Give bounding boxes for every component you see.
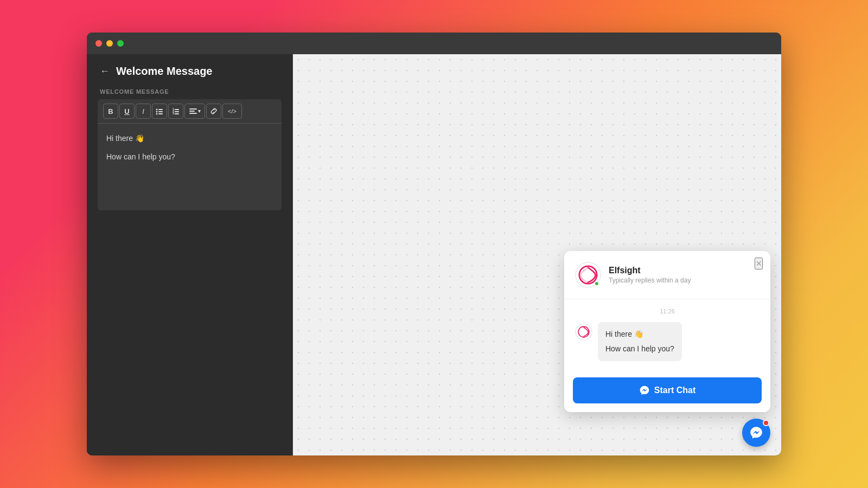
browser-titlebar: [87, 33, 781, 54]
svg-rect-14: [189, 113, 197, 114]
browser-content: ← Welcome Message WELCOME MESSAGE B U I: [87, 54, 781, 455]
chat-brand-name: Elfsight: [609, 266, 760, 275]
start-chat-label: Start Chat: [654, 386, 695, 395]
editor-content[interactable]: Hi there 👋 How can I help you?: [98, 124, 282, 210]
fab-messenger-icon: [749, 426, 763, 440]
svg-rect-11: [175, 113, 179, 114]
svg-rect-12: [189, 108, 197, 110]
unordered-list-button[interactable]: [152, 104, 167, 119]
chat-header: Elfsight Typically replies within a day: [564, 251, 770, 299]
traffic-lights: [95, 40, 124, 47]
svg-text:3.: 3.: [173, 112, 175, 115]
editor-line-2: How can I help you?: [106, 151, 273, 163]
svg-rect-5: [158, 113, 163, 114]
traffic-light-red[interactable]: [95, 40, 102, 47]
chat-message-avatar: [575, 323, 592, 341]
svg-rect-1: [158, 109, 163, 110]
svg-rect-9: [175, 111, 179, 112]
chat-bubble-line-1: Hi there 👋: [605, 329, 674, 340]
svg-rect-13: [189, 111, 195, 112]
elfsight-small-logo-icon: [578, 326, 590, 338]
chat-reply-time: Typically replies within a day: [609, 277, 760, 284]
align-button[interactable]: ▾: [184, 104, 205, 119]
section-label: WELCOME MESSAGE: [87, 88, 292, 99]
online-indicator: [594, 281, 599, 286]
svg-point-16: [578, 326, 589, 337]
link-button[interactable]: [206, 104, 221, 119]
chat-fab-button[interactable]: [742, 419, 770, 447]
fab-notification-badge: [763, 420, 769, 426]
bold-button[interactable]: B: [103, 104, 118, 119]
editor-line-1: Hi there 👋: [106, 132, 273, 144]
traffic-light-yellow[interactable]: [106, 40, 113, 47]
messenger-icon: [639, 385, 650, 396]
svg-point-15: [579, 266, 597, 284]
svg-point-2: [156, 111, 158, 113]
chat-widget: × Elfsight Typically replies within: [564, 251, 770, 412]
svg-rect-7: [175, 109, 179, 110]
code-button[interactable]: </>: [222, 104, 242, 119]
preview-area: × Elfsight Typically replies within: [293, 54, 781, 455]
sidebar-header: ← Welcome Message: [87, 54, 292, 88]
editor-toolbar: B U I: [98, 99, 282, 124]
svg-rect-3: [158, 111, 163, 112]
rich-text-editor[interactable]: B U I: [98, 99, 282, 210]
chat-avatar: [575, 262, 601, 288]
underline-button[interactable]: U: [119, 104, 135, 119]
chat-bubble-line-2: How can I help you?: [605, 343, 674, 355]
back-button[interactable]: ←: [100, 66, 110, 77]
svg-point-4: [156, 113, 158, 115]
page-title: Welcome Message: [116, 65, 213, 78]
chat-messages: 11:26 Hi there 👋 How can I help you?: [564, 299, 770, 370]
svg-point-0: [156, 109, 158, 111]
italic-button[interactable]: I: [136, 104, 151, 119]
sidebar: ← Welcome Message WELCOME MESSAGE B U I: [87, 54, 293, 455]
chat-close-button[interactable]: ×: [755, 258, 763, 269]
ordered-list-button[interactable]: 1. 2. 3.: [168, 104, 183, 119]
traffic-light-green[interactable]: [117, 40, 124, 47]
browser-window: ← Welcome Message WELCOME MESSAGE B U I: [87, 33, 781, 455]
chat-message-bubble: Hi there 👋 How can I help you?: [598, 322, 682, 361]
chat-timestamp: 11:26: [575, 308, 760, 314]
start-chat-button[interactable]: Start Chat: [573, 377, 762, 403]
chat-footer: Start Chat: [564, 370, 770, 412]
chat-message-row: Hi there 👋 How can I help you?: [575, 322, 760, 361]
chat-header-info: Elfsight Typically replies within a day: [609, 266, 760, 284]
